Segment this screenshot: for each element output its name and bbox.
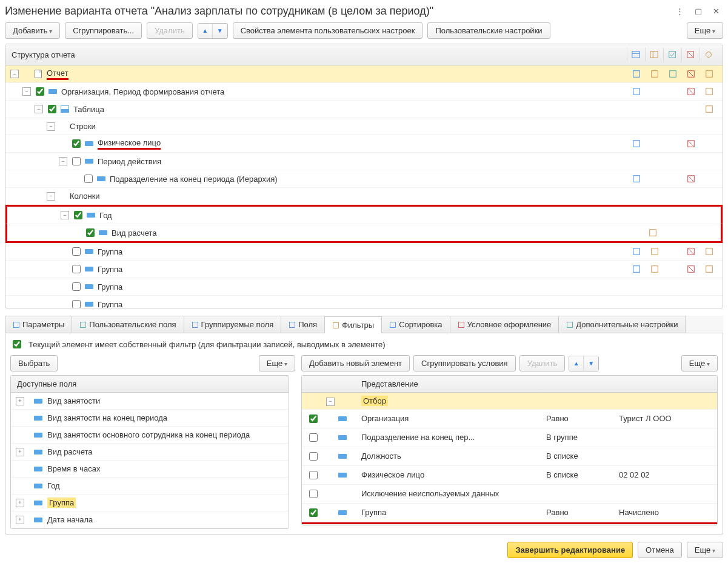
filter-move-down[interactable] [584, 356, 598, 371]
group-button[interactable]: Сгруппировать... [65, 22, 142, 39]
add-filter-button[interactable]: Добавить новый элемент [301, 355, 410, 371]
tree-row[interactable]: Вид расчета [5, 224, 723, 243]
add-button[interactable]: Добавить [5, 22, 60, 39]
row-setting-icon[interactable] [626, 227, 643, 239]
row-setting-icon[interactable] [664, 68, 681, 80]
tree-row[interactable]: −Строки [5, 118, 723, 135]
row-setting-icon[interactable] [628, 245, 645, 258]
finish-button[interactable]: Завершить редактирование [507, 542, 633, 558]
available-field-row[interactable]: Время в часах [11, 461, 289, 478]
cancel-button[interactable]: Отмена [638, 542, 682, 558]
delete-button[interactable]: Удалить [147, 22, 193, 39]
col-icon-5[interactable] [700, 48, 716, 61]
expander-icon[interactable]: − [61, 211, 69, 219]
tab-поля[interactable]: Поля [281, 316, 325, 333]
available-field-row[interactable]: +Дата начала [11, 511, 289, 528]
tree-row[interactable]: −Колонки [5, 188, 723, 205]
row-setting-icon[interactable] [664, 103, 681, 115]
row-checkbox[interactable] [48, 105, 56, 113]
tree-row[interactable]: −Таблица [5, 101, 723, 118]
filter-row[interactable]: Исключение неиспользуемых данных [302, 484, 717, 503]
window-restore-icon[interactable]: ▢ [691, 5, 706, 17]
tree-row[interactable]: Группа [5, 243, 723, 261]
row-setting-icon[interactable] [683, 68, 700, 80]
tree-row[interactable]: Подразделение на конец периода (Иерархия… [5, 170, 723, 188]
row-checkbox[interactable] [86, 228, 95, 237]
col-icon-3[interactable] [663, 48, 680, 61]
right-more-button[interactable]: Еще [681, 355, 718, 371]
row-setting-icon[interactable] [681, 227, 698, 239]
select-button[interactable]: Выбрать [10, 355, 58, 371]
own-filter-checkbox[interactable] [13, 340, 21, 348]
expander-icon[interactable]: + [16, 397, 24, 405]
col-icon-4[interactable] [681, 48, 698, 61]
group-conditions-button[interactable]: Сгруппировать условия [413, 355, 516, 371]
filter-row[interactable]: ОрганизацияРавноТурист Л ООО [302, 409, 717, 428]
row-setting-icon[interactable] [646, 263, 663, 275]
tree-row[interactable]: Группа [5, 261, 723, 278]
row-setting-icon[interactable] [664, 85, 681, 98]
delete-filter-button[interactable]: Удалить [519, 355, 566, 371]
row-setting-icon[interactable] [683, 245, 700, 258]
expander-icon[interactable]: + [16, 499, 24, 507]
move-down-button[interactable] [213, 24, 227, 38]
row-setting-icon[interactable] [628, 173, 645, 185]
row-checkbox[interactable] [84, 175, 93, 183]
expander-icon[interactable]: − [22, 87, 31, 96]
row-checkbox[interactable] [72, 157, 81, 165]
row-setting-icon[interactable] [646, 138, 663, 150]
filter-row[interactable]: −Отбор [302, 393, 717, 410]
row-setting-icon[interactable] [664, 138, 681, 150]
row-setting-icon[interactable] [646, 68, 663, 80]
expander-icon[interactable]: + [16, 516, 24, 524]
filter-row[interactable]: Физическое лицоВ списке02 02 02 [302, 465, 717, 484]
row-setting-icon[interactable] [699, 227, 716, 239]
filter-checkbox[interactable] [309, 433, 318, 442]
row-setting-icon[interactable] [646, 85, 663, 98]
row-checkbox[interactable] [74, 211, 82, 219]
more-button[interactable]: Еще [687, 22, 723, 39]
row-setting-icon[interactable] [663, 227, 680, 239]
available-field-row[interactable]: Год [11, 478, 289, 494]
filter-row[interactable]: ГруппаРавноНачислено [302, 503, 717, 522]
window-close-icon[interactable]: ✕ [709, 5, 723, 17]
row-setting-icon[interactable] [701, 103, 718, 115]
filter-checkbox[interactable] [309, 452, 318, 461]
row-checkbox[interactable] [72, 139, 81, 148]
filter-checkbox[interactable] [309, 415, 318, 423]
row-setting-icon[interactable] [701, 173, 718, 185]
available-field-row[interactable]: +Вид расчета [11, 444, 289, 461]
row-setting-icon[interactable] [683, 138, 700, 150]
user-settings-button[interactable]: Пользовательские настройки [427, 22, 550, 39]
tree-row[interactable]: −Отчет [5, 65, 723, 83]
row-setting-icon[interactable] [683, 85, 700, 98]
row-setting-icon[interactable] [628, 103, 645, 115]
tab-сортировка[interactable]: Сортировка [381, 316, 450, 333]
tree-row[interactable]: Группа [5, 296, 723, 308]
available-field-row[interactable]: +Вид занятости [11, 393, 289, 410]
row-setting-icon[interactable] [664, 263, 681, 275]
tab-параметры[interactable]: Параметры [5, 316, 72, 333]
row-checkbox[interactable] [72, 300, 81, 308]
row-setting-icon[interactable] [701, 85, 718, 98]
row-setting-icon[interactable] [664, 173, 681, 185]
filter-checkbox[interactable] [309, 508, 318, 517]
row-setting-icon[interactable] [683, 263, 700, 275]
row-setting-icon[interactable] [664, 245, 681, 258]
filter-row[interactable]: ДолжностьВ списке [302, 447, 717, 465]
structure-tree[interactable]: −Отчет−Организация, Период формирования … [5, 65, 723, 308]
row-setting-icon[interactable] [628, 68, 645, 80]
move-up-button[interactable] [198, 24, 213, 38]
row-setting-icon[interactable] [628, 138, 645, 150]
row-setting-icon[interactable] [646, 245, 663, 258]
tree-row[interactable]: −Год [5, 205, 723, 224]
expander-icon[interactable]: − [59, 157, 67, 165]
row-checkbox[interactable] [36, 87, 44, 96]
col-icon-2[interactable] [645, 48, 662, 61]
row-setting-icon[interactable] [683, 173, 700, 185]
expander-icon[interactable]: − [10, 70, 19, 78]
tree-row[interactable]: Физическое лицо [5, 135, 723, 153]
tab-условное-оформление[interactable]: Условное оформление [450, 316, 559, 333]
row-setting-icon[interactable] [644, 227, 661, 239]
filter-row[interactable]: Подразделение на конец пер...В группе [302, 428, 717, 447]
